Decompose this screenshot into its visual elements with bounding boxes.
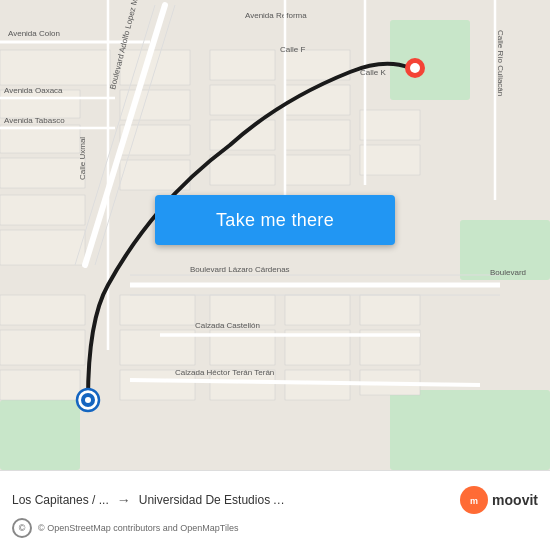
svg-rect-4 — [0, 400, 80, 470]
svg-text:Boulevard: Boulevard — [490, 268, 526, 277]
svg-rect-37 — [360, 295, 420, 325]
svg-text:Boulevard Lázaro Cárdenas: Boulevard Lázaro Cárdenas — [190, 265, 290, 274]
svg-point-70 — [85, 397, 91, 403]
moovit-svg-icon: m — [465, 491, 483, 509]
svg-rect-17 — [120, 160, 190, 190]
svg-text:Avenida Tabasco: Avenida Tabasco — [4, 116, 65, 125]
svg-rect-36 — [360, 145, 420, 175]
bottom-content: Los Capitanes / ... → Universidad De Est… — [12, 478, 538, 544]
to-label: Universidad De Estudios Avanz... — [139, 493, 289, 507]
svg-rect-1 — [390, 20, 470, 100]
svg-text:m: m — [470, 496, 478, 506]
svg-rect-18 — [120, 295, 195, 325]
svg-text:Calle Uxmal: Calle Uxmal — [78, 137, 87, 180]
svg-rect-12 — [0, 330, 85, 365]
svg-text:Calle F: Calle F — [280, 45, 305, 54]
osm-logo: © — [12, 518, 32, 538]
svg-rect-32 — [285, 295, 350, 325]
svg-rect-35 — [360, 110, 420, 140]
svg-text:Avenida Colon: Avenida Colon — [8, 29, 60, 38]
svg-rect-8 — [0, 158, 85, 188]
svg-text:Calle K: Calle K — [360, 68, 386, 77]
svg-rect-9 — [0, 195, 85, 225]
map-container: Avenida Colon Avenida Oaxaca Avenida Tab… — [0, 0, 550, 470]
svg-rect-14 — [120, 50, 190, 85]
take-me-there-button[interactable]: Take me there — [155, 195, 395, 245]
bottom-top-row: Los Capitanes / ... → Universidad De Est… — [12, 478, 538, 518]
svg-text:Calzada Castellón: Calzada Castellón — [195, 321, 260, 330]
route-arrow-icon: → — [117, 492, 131, 508]
svg-rect-11 — [0, 295, 85, 325]
attribution-text: © OpenStreetMap contributors and OpenMap… — [38, 523, 238, 533]
osm-symbol: © — [19, 523, 26, 533]
attribution-row: © © OpenStreetMap contributors and OpenM… — [12, 518, 538, 544]
svg-point-72 — [410, 63, 420, 73]
svg-rect-31 — [285, 155, 350, 185]
svg-rect-30 — [285, 120, 350, 150]
svg-rect-24 — [210, 155, 275, 185]
svg-rect-22 — [210, 85, 275, 115]
svg-rect-10 — [0, 230, 85, 265]
moovit-icon: m — [460, 486, 488, 514]
route-names: Los Capitanes / ... → Universidad De Est… — [12, 492, 460, 508]
svg-rect-5 — [0, 50, 110, 85]
svg-rect-21 — [210, 50, 275, 80]
svg-rect-13 — [0, 370, 80, 400]
svg-text:Calzada Héctor Terán Terán: Calzada Héctor Terán Terán — [175, 368, 274, 377]
svg-text:Calle Río Culiacán: Calle Río Culiacán — [496, 30, 505, 96]
bottom-bar: Los Capitanes / ... → Universidad De Est… — [0, 470, 550, 550]
from-label: Los Capitanes / ... — [12, 493, 109, 507]
moovit-logo: m moovit — [460, 486, 538, 514]
svg-rect-3 — [390, 390, 550, 470]
svg-text:Avenida Reforma: Avenida Reforma — [245, 11, 307, 20]
svg-text:Avenida Oaxaca: Avenida Oaxaca — [4, 86, 63, 95]
moovit-brand-text: moovit — [492, 492, 538, 508]
